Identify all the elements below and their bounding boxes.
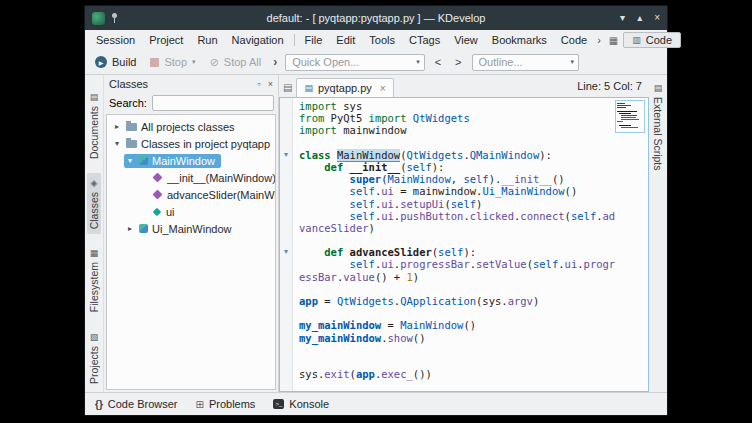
panel-close-icon[interactable]: × bbox=[268, 79, 273, 89]
sidebar-tab-external-scripts[interactable]: ▤External Scripts bbox=[651, 78, 665, 176]
stop-all-label: Stop All bbox=[224, 56, 261, 68]
editor-tabbar: ▤ ▤ pyqtapp.py × Line: 5 Col: 7 bbox=[279, 75, 649, 97]
expander-icon[interactable]: ▸ bbox=[112, 122, 122, 131]
code-line: vanceSlider) bbox=[299, 222, 648, 234]
toolbar-extension-icon[interactable]: › bbox=[271, 55, 279, 69]
quick-open-combo[interactable]: ▾ bbox=[285, 54, 425, 71]
document-switcher-icon[interactable]: ▤ bbox=[281, 82, 296, 97]
tab-pyqtapp[interactable]: ▤ pyqtapp.py × bbox=[296, 78, 393, 97]
code-line: class MainWindow(QtWidgets.QMainWindow): bbox=[299, 149, 648, 161]
menu-session[interactable]: Session bbox=[89, 32, 142, 48]
field-icon bbox=[153, 207, 161, 215]
folder-icon bbox=[126, 140, 137, 148]
sidebar-tab-projects[interactable]: ▧Projects bbox=[87, 327, 101, 389]
sidebar-tab-label: Documents bbox=[88, 106, 100, 159]
editor[interactable]: ▾▾ import sysfrom PyQt5 import QtWidgets… bbox=[279, 97, 649, 392]
stop-icon bbox=[150, 58, 159, 67]
menu-tools[interactable]: Tools bbox=[362, 32, 402, 48]
gutter-cell bbox=[280, 210, 292, 222]
close-button[interactable]: × bbox=[654, 13, 660, 23]
tree-row[interactable]: ▸Ui_MainWindow bbox=[107, 220, 275, 237]
dock-grid-icon[interactable]: ▦ bbox=[604, 35, 623, 46]
outline-arrow-icon[interactable]: ▾ bbox=[567, 58, 575, 66]
menu-ctags[interactable]: CTags bbox=[402, 32, 447, 48]
tree-row[interactable]: ui bbox=[107, 203, 275, 220]
stop-label: Stop bbox=[164, 56, 187, 68]
tree-row[interactable]: ▾MainWindow bbox=[107, 152, 275, 169]
stop-button[interactable]: Stop ▾ bbox=[146, 54, 199, 70]
menu-items: SessionProjectRunNavigationFileEditTools… bbox=[89, 32, 594, 48]
gutter-cell bbox=[280, 368, 292, 380]
gutter-cell bbox=[280, 332, 292, 344]
tree-row[interactable]: advanceSlider(MainWindow) bbox=[107, 186, 275, 203]
window-title: default: - [ pyqtapp:pyqtapp.py ] — KDev… bbox=[85, 12, 667, 24]
bottom-tool-konsole[interactable]: >_Konsole bbox=[273, 398, 329, 410]
sidebar-tab-filesystem[interactable]: ▦Filesystem bbox=[87, 243, 101, 317]
sidebar-tab-documents[interactable]: ▤Documents bbox=[87, 87, 101, 164]
build-icon: ▶ bbox=[95, 56, 107, 68]
tree-row[interactable]: ▾Classes in project pyqtapp bbox=[107, 135, 275, 152]
tree-label: ui bbox=[166, 206, 175, 218]
menu-navigation[interactable]: Navigation bbox=[225, 32, 291, 48]
classes-icon: ◈ bbox=[91, 178, 98, 188]
area-switcher-code-button[interactable]: ▥ Code bbox=[623, 32, 681, 48]
tree-row[interactable]: __init__(MainWindow) bbox=[107, 169, 275, 186]
outline-input[interactable] bbox=[479, 56, 567, 68]
stop-dropdown-icon: ▾ bbox=[192, 58, 196, 66]
bottom-tool-code-browser[interactable]: {}Code Browser bbox=[95, 398, 178, 410]
panel-float-icon[interactable]: ▫ bbox=[258, 79, 261, 89]
minimize-button[interactable]: ▾ bbox=[620, 13, 625, 23]
menu-edit[interactable]: Edit bbox=[329, 32, 362, 48]
fold-marker[interactable]: ▾ bbox=[280, 149, 292, 161]
gutter-cell bbox=[280, 185, 292, 197]
menu-bookmarks[interactable]: Bookmarks bbox=[485, 32, 554, 48]
editor-column: ▤ ▤ pyqtapp.py × Line: 5 Col: 7 ▾▾ impor… bbox=[279, 75, 649, 392]
code-line: self.ui.pushButton.clicked.connect(self.… bbox=[299, 210, 648, 222]
next-button[interactable]: > bbox=[451, 56, 465, 68]
code-line: my_mainWindow = MainWindow() bbox=[299, 319, 648, 331]
class-icon bbox=[139, 224, 148, 233]
cursor-position: Line: 5 Col: 7 bbox=[577, 80, 649, 97]
sidebar-tab-label: External Scripts bbox=[652, 97, 664, 171]
titlebar[interactable]: default: - [ pyqtapp:pyqtapp.py ] — KDev… bbox=[85, 6, 667, 30]
menu-view[interactable]: View bbox=[447, 32, 485, 48]
fold-gutter: ▾▾ bbox=[280, 98, 293, 391]
menu-file[interactable]: File bbox=[298, 32, 330, 48]
sidebar-tab-classes[interactable]: ◈Classes bbox=[87, 173, 101, 234]
code-line bbox=[299, 307, 648, 319]
quick-open-arrow-icon[interactable]: ▾ bbox=[412, 58, 420, 66]
code-line: self.ui.setupUi(self) bbox=[299, 198, 648, 210]
gutter-cell bbox=[280, 271, 292, 283]
classes-panel-header: Classes ▫ × bbox=[104, 75, 278, 93]
expander-icon[interactable]: ▸ bbox=[125, 224, 135, 233]
menu-project[interactable]: Project bbox=[142, 32, 190, 48]
external-scripts-icon: ▤ bbox=[654, 83, 663, 93]
tree-label: Classes in project pyqtapp bbox=[141, 138, 270, 150]
code-line: from PyQt5 import QtWidgets bbox=[299, 112, 648, 124]
code-lines[interactable]: import sysfrom PyQt5 import QtWidgetsimp… bbox=[293, 98, 648, 391]
quick-open-input[interactable] bbox=[292, 56, 412, 68]
classes-tree: ▸All projects classes▾Classes in project… bbox=[106, 114, 276, 390]
gutter-cell bbox=[280, 307, 292, 319]
code-line: def advanceSlider(self): bbox=[299, 246, 648, 258]
classes-search-input[interactable] bbox=[152, 95, 274, 111]
expander-icon[interactable]: ▾ bbox=[125, 156, 135, 165]
maximize-button[interactable]: ▴ bbox=[637, 13, 642, 23]
menu-code[interactable]: Code bbox=[554, 32, 594, 48]
build-button[interactable]: ▶ Build bbox=[91, 54, 140, 70]
scrollbar-minimap[interactable] bbox=[615, 100, 645, 133]
outline-combo[interactable]: ▾ bbox=[472, 54, 580, 71]
stop-all-button[interactable]: ⊘ Stop All bbox=[206, 54, 266, 70]
gutter-cell bbox=[280, 283, 292, 295]
menu-run[interactable]: Run bbox=[190, 32, 224, 48]
tree-row[interactable]: ▸All projects classes bbox=[107, 118, 275, 135]
sidebar-tab-label: Classes bbox=[88, 192, 100, 229]
previous-button[interactable]: < bbox=[431, 56, 445, 68]
problems-icon: ⊞ bbox=[196, 399, 204, 410]
bottom-tool-problems[interactable]: ⊞Problems bbox=[196, 398, 256, 410]
tab-close-icon[interactable]: × bbox=[377, 83, 386, 94]
expander-icon[interactable]: ▾ bbox=[112, 139, 122, 148]
menubar-separator bbox=[294, 34, 295, 46]
menu-overflow-icon[interactable]: › bbox=[594, 34, 604, 46]
fold-marker[interactable]: ▾ bbox=[280, 246, 292, 258]
